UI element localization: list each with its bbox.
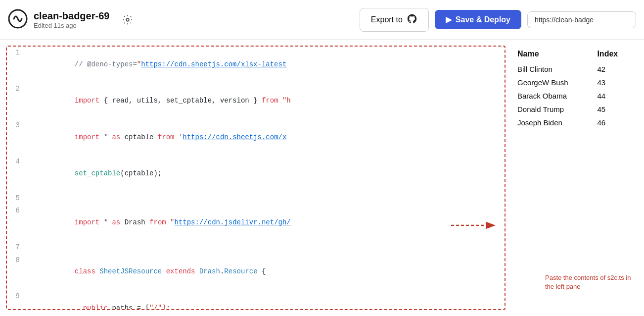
line-number-1: 1 [7, 47, 25, 83]
code-line-4: set_cptable(cptable); [25, 156, 505, 192]
table-header-index: Index [589, 48, 632, 62]
code-line-7 [25, 241, 505, 254]
github-icon [407, 13, 417, 26]
url-bar: https://clean-badge [527, 11, 636, 28]
president-name: Barack Obama [517, 89, 589, 103]
settings-button[interactable] [119, 11, 136, 28]
line-number-4: 4 [7, 156, 25, 192]
line-number-2: 2 [7, 83, 25, 119]
table-row: Bill Clinton42 [517, 62, 632, 76]
play-icon: ▶ [446, 15, 452, 24]
code-row-7: 7 [7, 241, 505, 254]
project-name: clean-badger-69 [34, 10, 109, 22]
line-number-6: 6 [7, 205, 25, 241]
code-row-8: 8 class SheetJSResource extends Drash.Re… [7, 254, 505, 290]
right-panel: Name Index Bill Clinton42GeorgeW Bush43B… [506, 40, 644, 316]
president-index: 43 [589, 76, 632, 89]
presidents-table: Name Index Bill Clinton42GeorgeW Bush43B… [517, 48, 632, 129]
president-index: 42 [589, 62, 632, 76]
table-row: Joseph Biden46 [517, 116, 632, 129]
line-number-8: 8 [7, 254, 25, 290]
svg-point-1 [127, 18, 130, 21]
president-index: 46 [589, 116, 632, 129]
project-info: clean-badger-69 Edited 11s ago [34, 10, 109, 29]
president-index: 45 [589, 103, 632, 116]
president-name: GeorgeW Bush [517, 76, 589, 89]
line-number-9: 9 [7, 290, 25, 310]
paste-note: Paste the contents of s2c.ts in the left… [545, 273, 634, 291]
table-row: Donald Trump45 [517, 103, 632, 116]
code-row-9: 9 public paths = ["/"]; [7, 290, 505, 310]
line-number-5: 5 [7, 192, 25, 205]
president-index: 44 [589, 89, 632, 103]
header: clean-badger-69 Edited 11s ago Export to… [0, 0, 644, 40]
code-line-8: class SheetJSResource extends Drash.Reso… [25, 254, 505, 290]
president-name: Bill Clinton [517, 62, 589, 76]
code-line-5 [25, 192, 505, 205]
url-value: https://clean-badge [535, 16, 594, 24]
code-row-1: 1 // @deno-types="https://cdn.sheetjs.co… [7, 47, 505, 83]
table-row: Barack Obama44 [517, 89, 632, 103]
president-name: Donald Trump [517, 103, 589, 116]
code-row-5: 5 [7, 192, 505, 205]
table-row: GeorgeW Bush43 [517, 76, 632, 89]
code-line-9: public paths = ["/"]; [25, 290, 505, 310]
project-subtitle: Edited 11s ago [34, 22, 109, 29]
code-row-3: 3 import * as cptable from 'https://cdn.… [7, 119, 505, 156]
save-deploy-label: Save & Deploy [456, 15, 510, 24]
code-line-1: // @deno-types="https://cdn.sheetjs.com/… [25, 47, 505, 83]
president-name: Joseph Biden [517, 116, 589, 129]
code-row-4: 4 set_cptable(cptable); [7, 156, 505, 192]
code-table: 1 // @deno-types="https://cdn.sheetjs.co… [7, 47, 505, 310]
code-line-2: import { read, utils, set_cptable, versi… [25, 83, 505, 119]
main-content: 1 // @deno-types="https://cdn.sheetjs.co… [0, 40, 644, 316]
app-logo [8, 9, 28, 31]
export-to-button[interactable]: Export to [360, 8, 429, 32]
code-row-6: 6 import * as Drash from "https://cdn.js… [7, 205, 505, 241]
save-deploy-button[interactable]: ▶ Save & Deploy [435, 10, 521, 29]
line-number-7: 7 [7, 241, 25, 254]
code-line-6: import * as Drash from "https://cdn.jsde… [25, 205, 505, 241]
table-header-name: Name [517, 48, 589, 62]
code-panel: 1 // @deno-types="https://cdn.sheetjs.co… [6, 46, 506, 310]
export-label: Export to [371, 15, 403, 24]
line-number-3: 3 [7, 119, 25, 156]
code-row-2: 2 import { read, utils, set_cptable, ver… [7, 83, 505, 119]
code-line-3: import * as cptable from 'https://cdn.sh… [25, 119, 505, 156]
